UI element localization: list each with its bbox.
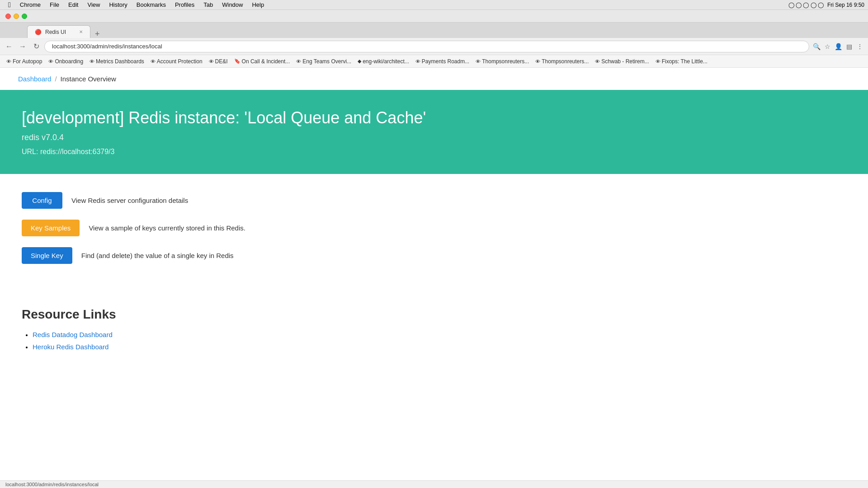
- menu-chrome[interactable]: Chrome: [15, 0, 45, 9]
- redis-datadog-link[interactable]: Redis Datadog Dashboard: [33, 331, 113, 338]
- maximize-button[interactable]: [22, 14, 27, 19]
- forward-button[interactable]: →: [17, 41, 28, 52]
- titlebar: [0, 10, 868, 23]
- singlekey-description: Find (and delete) the value of a single …: [81, 252, 234, 259]
- bookmark-fixops[interactable]: 👁 Fixops: The Little...: [653, 57, 710, 66]
- bookmark-icon: 👁: [476, 59, 481, 64]
- bookmark-account-protection[interactable]: 👁 Account Protection: [148, 57, 205, 66]
- bookmark-icon: 👁: [296, 59, 301, 64]
- bookmark-icon: 👁: [151, 59, 156, 64]
- address-input[interactable]: [44, 41, 809, 52]
- bookmark-eng-teams[interactable]: 👁 Eng Teams Overvi...: [293, 57, 354, 66]
- datetime: Fri Sep 16 9:50: [827, 2, 864, 8]
- bookmark-icon: 🔖: [234, 58, 241, 64]
- macos-menubar:  Chrome File Edit View History Bookmark…: [0, 0, 868, 10]
- menu-help[interactable]: Help: [247, 0, 269, 9]
- key-samples-button[interactable]: Key Samples: [22, 220, 80, 236]
- tab-title: Redis UI: [45, 29, 66, 35]
- breadcrumb-separator: /: [55, 75, 57, 83]
- extension-icon[interactable]: ▤: [844, 42, 854, 51]
- heroku-redis-link[interactable]: Heroku Redis Dashboard: [33, 343, 108, 351]
- url-value: redis://localhost:6379/3: [40, 148, 115, 155]
- menubar-right: ◯ ◯ ◯ ◯ ◯ Fri Sep 16 9:50: [788, 2, 864, 8]
- config-button[interactable]: Config: [22, 192, 62, 209]
- config-action-row: Config View Redis server configuration d…: [22, 192, 846, 209]
- bookmarks-bar: 👁 For Autopop 👁 Onboarding 👁 Metrics Das…: [0, 55, 868, 68]
- new-tab-button[interactable]: +: [91, 30, 104, 38]
- bookmark-onboarding[interactable]: 👁 Onboarding: [46, 57, 86, 66]
- bookmark-thompson2[interactable]: 👁 Thompsonreuters...: [533, 57, 591, 66]
- bookmark-oncall[interactable]: 🔖 On Call & Incident...: [231, 57, 293, 66]
- list-item: Redis Datadog Dashboard: [33, 331, 846, 338]
- hero-banner: [development] Redis instance: 'Local Que…: [0, 90, 868, 174]
- menu-edit[interactable]: Edit: [64, 0, 83, 9]
- menu-bookmarks[interactable]: Bookmarks: [132, 0, 170, 9]
- addressbar-actions: 🔍 ☆ 👤 ▤ ⋮: [812, 42, 864, 51]
- resources-title: Resource Links: [22, 307, 846, 322]
- bookmark-icon: 👁: [595, 59, 600, 64]
- menu-history[interactable]: History: [104, 0, 132, 9]
- bookmark-payments[interactable]: 👁 Payments Roadm...: [413, 57, 472, 66]
- bookmark-metrics[interactable]: 👁 Metrics Dashboards: [87, 57, 147, 66]
- statusbar-url: localhost:3000/admin/redis/instances/loc…: [5, 482, 99, 487]
- bookmark-icon: 👁: [6, 59, 11, 64]
- bookmark-icon: 👁: [415, 59, 420, 64]
- reload-button[interactable]: ↻: [31, 41, 42, 52]
- github-icon: ◆: [358, 58, 361, 64]
- bookmark-dei[interactable]: 👁 DE&I: [206, 57, 231, 66]
- close-button[interactable]: [5, 14, 11, 19]
- tab-bar: 🔴 Redis UI ✕ +: [0, 23, 868, 38]
- breadcrumb-current: Instance Overview: [61, 75, 116, 83]
- page-content: Dashboard / Instance Overview [developme…: [0, 68, 868, 488]
- statusbar: localhost:3000/admin/redis/instances/loc…: [0, 480, 868, 488]
- tab-favicon: 🔴: [35, 29, 42, 35]
- hero-url: URL: redis://localhost:6379/3: [22, 148, 846, 156]
- menu-tab[interactable]: Tab: [199, 0, 217, 9]
- list-item: Heroku Redis Dashboard: [33, 343, 846, 351]
- keysamples-description: View a sample of keys currently stored i…: [89, 224, 245, 232]
- hero-version: redis v7.0.4: [22, 133, 846, 142]
- bookmark-star-icon[interactable]: ☆: [823, 42, 832, 51]
- bookmark-icon: 👁: [90, 59, 94, 64]
- actions-section: Config View Redis server configuration d…: [0, 181, 868, 286]
- breadcrumb: Dashboard / Instance Overview: [0, 68, 868, 90]
- singlekey-action-row: Single Key Find (and delete) the value o…: [22, 247, 846, 264]
- bookmark-for-autopop[interactable]: 👁 For Autopop: [4, 57, 45, 66]
- bookmark-icon: 👁: [209, 59, 214, 64]
- resources-section: Resource Links Redis Datadog Dashboard H…: [0, 293, 868, 370]
- menu-window[interactable]: Window: [217, 0, 247, 9]
- config-description: View Redis server configuration details: [71, 197, 188, 204]
- back-button[interactable]: ←: [4, 41, 14, 52]
- tab-close-button[interactable]: ✕: [79, 29, 83, 34]
- settings-icon[interactable]: ⋮: [855, 42, 864, 51]
- hero-title: [development] Redis instance: 'Local Que…: [22, 108, 846, 127]
- menu-file[interactable]: File: [45, 0, 64, 9]
- resource-list: Redis Datadog Dashboard Heroku Redis Das…: [22, 331, 846, 351]
- traffic-lights: [5, 14, 27, 19]
- address-bar: ← → ↻ 🔍 ☆ 👤 ▤ ⋮: [0, 38, 868, 55]
- menu-view[interactable]: View: [83, 0, 104, 9]
- bookmark-icon: 👁: [656, 59, 660, 64]
- url-label: URL:: [22, 148, 38, 155]
- system-icons: ◯ ◯ ◯ ◯ ◯: [788, 2, 824, 8]
- apple-menu[interactable]: : [4, 1, 15, 9]
- bookmark-icon: 👁: [48, 59, 53, 64]
- single-key-button[interactable]: Single Key: [22, 247, 72, 264]
- bookmark-icon: 👁: [535, 59, 540, 64]
- bookmark-eng-wiki[interactable]: ◆ eng-wiki/architect...: [355, 57, 412, 66]
- bookmark-thompson1[interactable]: 👁 Thompsonreuters...: [473, 57, 532, 66]
- minimize-button[interactable]: [14, 14, 19, 19]
- keysamples-action-row: Key Samples View a sample of keys curren…: [22, 220, 846, 236]
- menu-profiles[interactable]: Profiles: [170, 0, 199, 9]
- browser-tab[interactable]: 🔴 Redis UI ✕: [27, 25, 90, 38]
- breadcrumb-dashboard[interactable]: Dashboard: [18, 75, 51, 83]
- profile-icon[interactable]: 👤: [834, 42, 843, 51]
- bookmark-schwab[interactable]: 👁 Schwab - Retirem...: [592, 57, 651, 66]
- search-icon[interactable]: 🔍: [812, 42, 821, 51]
